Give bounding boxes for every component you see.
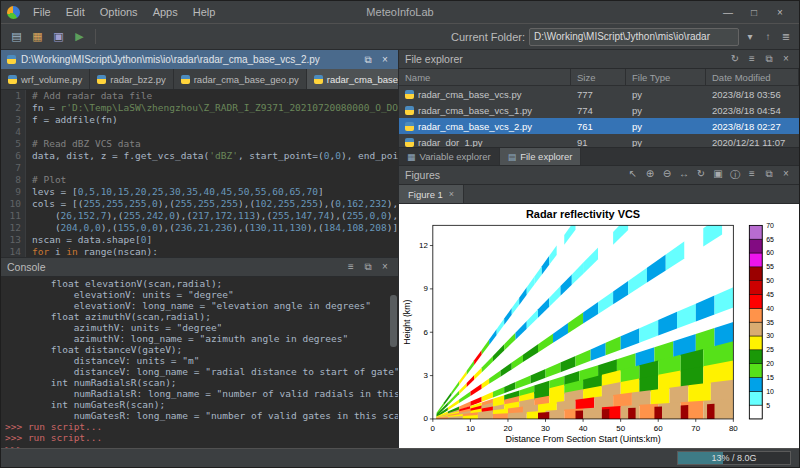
column-file-type[interactable]: File Type [626, 69, 706, 85]
settings-icon[interactable]: ≡ [745, 53, 759, 65]
code-line: 6data, dist, z = f.get_vcs_data('dBZ', s… [1, 150, 398, 162]
code-text: levs = [0,5,10,15,20,25,30,35,40,45,50,5… [26, 186, 324, 198]
new-file-icon[interactable]: ▤ [7, 28, 26, 45]
svg-text:9: 9 [423, 284, 427, 293]
line-number: 5 [1, 138, 26, 150]
python-file-icon [7, 55, 16, 64]
file-row[interactable]: radar_cma_base_vcs.py777py2023/8/18 03:5… [399, 86, 799, 102]
memory-text: 13% / 8.0G [678, 452, 790, 464]
svg-text:40: 40 [579, 424, 588, 433]
console-line: elevationV: units = "degree" [5, 289, 394, 300]
figures-header: Figures ↖⊕⊖↔↻▣ⓘ≡⧉× [399, 166, 799, 185]
rotate-icon[interactable]: ↻ [694, 168, 708, 182]
tab-variable-explorer[interactable]: ▦Variable explorer [399, 148, 500, 165]
file-name: radar_dor_1.py [399, 137, 571, 148]
editor-tab[interactable]: radar_cma_base_geo.py [174, 69, 307, 89]
float-icon[interactable]: ⧉ [762, 53, 776, 65]
minimize-icon[interactable]: — [715, 7, 741, 18]
open-folder-icon[interactable]: ▦ [28, 28, 47, 45]
line-number: 2 [1, 102, 26, 114]
layers-icon[interactable]: ≣ [779, 31, 793, 42]
figures-panel: Figures ↖⊕⊖↔↻▣ⓘ≡⧉× Figure 1 × 0102030405… [399, 166, 799, 448]
editor-tab-label: radar_cma_base_geo.py [194, 74, 299, 85]
file-list: radar_cma_base_vcs.py777py2023/8/18 03:5… [399, 86, 799, 147]
zoom-out-icon[interactable]: ⊖ [660, 168, 674, 182]
figure-tab[interactable]: Figure 1 × [399, 185, 464, 203]
file-row[interactable]: radar_dor_1.py91py2020/12/21 11:07 [399, 134, 799, 147]
file-date: 2023/8/18 04:54 [706, 105, 799, 116]
float-icon[interactable]: ⧉ [762, 168, 776, 182]
console-line: int numRadialsR(scan); [5, 377, 394, 388]
editor-header-icons: ⧉× [361, 54, 392, 66]
close-icon[interactable]: × [449, 189, 454, 199]
svg-text:40: 40 [766, 305, 774, 312]
close-icon[interactable]: × [779, 168, 793, 182]
svg-text:45: 45 [766, 291, 774, 298]
menu-file[interactable]: File [26, 5, 58, 19]
run-script-icon[interactable]: ▶ [70, 28, 89, 45]
column-name[interactable]: Name [399, 69, 571, 85]
console-scrollbar[interactable] [390, 279, 397, 446]
code-line: 4 [1, 126, 398, 138]
code-text: # Plot [26, 174, 66, 186]
menu-options[interactable]: Options [93, 5, 145, 19]
close-icon[interactable]: × [779, 53, 793, 65]
menu-apps[interactable]: Apps [146, 5, 185, 19]
console-line: numRadialsR: long_name = "number of vali… [5, 388, 394, 399]
file-row[interactable]: radar_cma_base_vcs_1.py774py2023/8/18 04… [399, 102, 799, 118]
scrollbar-thumb[interactable] [390, 295, 397, 347]
editor-tab[interactable]: radar_cma_base_vcs_2.py [307, 69, 398, 89]
up-folder-icon[interactable]: ↑ [761, 31, 775, 42]
code-text: (26,152,7),(255,242,0),(217,172,113),(25… [26, 210, 398, 222]
python-file-icon [314, 75, 323, 84]
settings-icon[interactable]: ≡ [745, 168, 759, 182]
file-explorer-columns: Name Size File Type Date Modified [399, 69, 799, 86]
line-number: 1 [1, 90, 26, 102]
code-text: (204,0,0),(155,0,0),(236,21,236),(130,11… [26, 222, 398, 234]
editor-tab[interactable]: radar_bz2.py [90, 69, 173, 89]
chevron-down-icon[interactable]: ▾ [743, 31, 757, 42]
save-icon[interactable]: ▣ [49, 28, 68, 45]
zoom-in-icon[interactable]: ⊕ [643, 168, 657, 182]
file-name-text: radar_cma_base_vcs_2.py [418, 121, 532, 132]
float-icon[interactable]: ⧉ [361, 261, 375, 273]
settings-icon[interactable]: ≡ [344, 261, 358, 273]
column-size[interactable]: Size [571, 69, 626, 85]
file-size: 774 [571, 105, 626, 116]
file-row[interactable]: radar_cma_base_vcs_2.py761py2023/8/18 02… [399, 118, 799, 134]
code-line: 5# Read dBZ VCS data [1, 138, 398, 150]
file-size: 777 [571, 89, 626, 100]
select-tool-icon[interactable]: ↖ [626, 168, 640, 182]
pan-icon[interactable]: ↔ [677, 168, 691, 182]
current-folder-input[interactable] [529, 28, 739, 46]
line-number: 14 [1, 246, 26, 257]
maximize-icon[interactable]: □ [741, 7, 767, 18]
editor-tab[interactable]: wrf_volume.py [1, 69, 90, 89]
info-icon[interactable]: ⓘ [728, 168, 742, 182]
figure-canvas[interactable]: 01020304050607080036912Radar reflectivit… [399, 204, 799, 448]
file-explorer-panel: File explorer ↻≡⧉× Name Size File Type D… [399, 50, 799, 166]
line-number: 3 [1, 114, 26, 126]
float-icon[interactable]: ⧉ [361, 54, 375, 66]
save-figure-icon[interactable]: ▣ [711, 168, 725, 182]
menu-edit[interactable]: Edit [59, 5, 92, 19]
file-size: 91 [571, 137, 626, 148]
code-text: # Read dBZ VCS data [26, 138, 141, 150]
console-title: Console [7, 261, 46, 273]
menubar: File Edit Options Apps Help MeteoInfoLab… [1, 1, 799, 24]
console-output[interactable]: float elevationV(scan,radial); elevation… [1, 277, 398, 448]
refresh-icon[interactable]: ↻ [728, 53, 742, 65]
console-line: >>> run script... [5, 421, 394, 432]
close-icon[interactable]: × [378, 261, 392, 273]
code-text: cols = [(255,255,255,0),(255,255,255),(1… [26, 198, 398, 210]
menu-help[interactable]: Help [186, 5, 223, 19]
editor-tab-label: radar_cma_base_vcs_2.py [327, 74, 398, 85]
close-icon[interactable]: × [767, 7, 793, 18]
file-name: radar_cma_base_vcs_2.py [399, 121, 571, 132]
code-editor[interactable]: 1# Add radar data file2fn = r'D:\Temp\La… [1, 90, 398, 257]
line-number: 7 [1, 162, 26, 174]
tab-file-explorer[interactable]: ▤File explorer [500, 148, 582, 165]
svg-text:10: 10 [766, 388, 774, 395]
column-date-modified[interactable]: Date Modified [706, 69, 799, 85]
close-icon[interactable]: × [378, 54, 392, 66]
